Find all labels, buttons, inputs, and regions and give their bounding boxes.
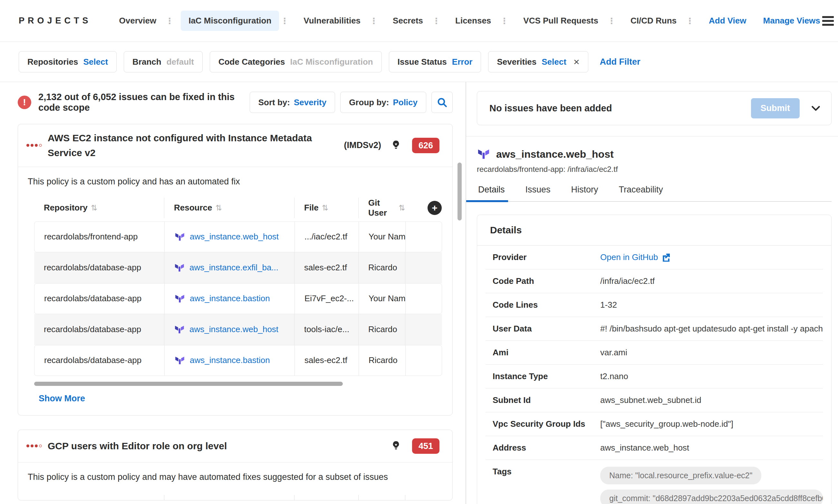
nav-tab-menu-icon[interactable]: ⋮: [368, 17, 385, 25]
issues-panel: ! 2,132 out of 6,052 issues can be fixed…: [0, 82, 466, 504]
filter-branch[interactable]: Branch default: [124, 51, 203, 72]
menu-icon[interactable]: [820, 14, 836, 28]
issue-queue-card: No issues have been added Submit: [477, 91, 832, 125]
policy-description: This policy is a custom policy and has a…: [18, 167, 452, 187]
nav-tab-menu-icon[interactable]: ⋮: [431, 17, 447, 25]
file-cell: sales-ec2.tf: [294, 252, 358, 283]
summary-row: ! 2,132 out of 6,052 issues can be fixed…: [18, 92, 453, 113]
manage-views-link[interactable]: Manage Views: [763, 16, 820, 26]
filter-severities[interactable]: Severities Select ×: [488, 51, 588, 72]
file-cell: Ei7vF_ec2-...: [294, 284, 359, 314]
nav-tab-menu-icon[interactable]: ⋮: [606, 17, 623, 25]
open-in-github-link[interactable]: Open in GitHub: [600, 252, 823, 262]
terraform-icon: [174, 262, 185, 273]
issue-row[interactable]: recardolabs/database-app aws_instance.ba…: [34, 283, 442, 314]
file-cell: sales-ec2.tf: [294, 345, 359, 376]
remove-filter-icon[interactable]: ×: [574, 57, 580, 67]
nav-tab-iac-misconfiguration[interactable]: IaC Misconfiguration: [181, 11, 279, 31]
actions-cell: [405, 314, 442, 345]
details-card: Details Provider Open in GitHub: [477, 215, 832, 504]
terraform-icon: [174, 324, 185, 335]
horizontal-scrollbar[interactable]: [34, 382, 343, 386]
repository-cell: recardolabs/frontend-app: [34, 222, 164, 252]
actions-cell: [405, 252, 442, 283]
nav-tab-menu-icon[interactable]: ⋮: [164, 17, 181, 25]
issue-row[interactable]: recardolabs/database-app aws_instance.we…: [34, 314, 442, 345]
sort-icon[interactable]: ⇅: [91, 203, 97, 212]
brand-logo: PROJECTS: [19, 16, 91, 26]
tab-traceability[interactable]: Traceability: [618, 185, 664, 201]
policy-card-imdsv2: AWS EC2 instance not configured with Ins…: [18, 124, 453, 415]
lightbulb-icon[interactable]: [391, 140, 401, 151]
tab-details[interactable]: Details: [477, 185, 506, 201]
add-view-link[interactable]: Add View: [709, 16, 747, 26]
severity-high-icon: [27, 445, 42, 447]
tab-history[interactable]: History: [570, 185, 600, 201]
resource-link[interactable]: aws_instance.exfil_ba...: [189, 263, 278, 273]
nav-tab-overview[interactable]: Overview: [112, 11, 164, 31]
column-header-resource[interactable]: Resource ⇅: [164, 198, 294, 218]
main-content: ! 2,132 out of 6,052 issues can be fixed…: [0, 82, 838, 504]
terraform-icon: [174, 231, 185, 242]
resource-path: recardolabs/frontend-app: /infra/iac/ec2…: [477, 165, 832, 174]
filter-code-categories[interactable]: Code Categories IaC Misconfiguration: [210, 51, 382, 72]
detail-row-ami: Ami var.ami: [485, 341, 823, 365]
detail-tabs: Details Issues History Traceability: [477, 185, 832, 202]
chevron-down-icon[interactable]: [810, 102, 822, 114]
column-header-git-user[interactable]: Git User ⇅: [358, 198, 405, 218]
search-button[interactable]: [431, 92, 453, 113]
issue-count-badge: 451: [412, 438, 440, 454]
nav-tab-menu-icon[interactable]: ⋮: [279, 17, 296, 25]
issue-row[interactable]: recardolabs/frontend-app aws_instance.we…: [34, 221, 442, 252]
group-by-button[interactable]: Group by: Policy: [340, 92, 426, 113]
policy-card-gcp-editor: GCP users with Editor role on org level …: [18, 430, 453, 501]
nav-tab-menu-icon[interactable]: ⋮: [684, 17, 701, 25]
tab-issues[interactable]: Issues: [524, 185, 552, 201]
vertical-scrollbar[interactable]: [458, 163, 462, 220]
nav-tab-menu-icon[interactable]: ⋮: [499, 17, 515, 25]
sort-icon[interactable]: ⇅: [398, 203, 405, 212]
nav-actions: Add View Manage Views: [709, 16, 820, 26]
sort-icon[interactable]: ⇅: [216, 203, 222, 212]
detail-row-code-lines: Code Lines 1-32: [485, 293, 823, 317]
issue-row[interactable]: recardolabs/database-app aws_instance.ex…: [34, 252, 442, 283]
git-user-cell: Your Name: [359, 222, 405, 252]
nav-tab-vulnerabilities[interactable]: Vulnerabilities: [296, 11, 368, 31]
issue-row[interactable]: recardolabs/database-app aws_instance.ba…: [34, 345, 442, 376]
column-header-repository[interactable]: Repository ⇅: [34, 198, 164, 218]
sort-icon[interactable]: ⇅: [322, 203, 328, 212]
detail-row-vpc-security-group-ids: Vpc Security Group Ids ["aws_security_gr…: [485, 412, 823, 436]
show-more-link[interactable]: Show More: [39, 394, 85, 403]
policy-card-header[interactable]: AWS EC2 instance not configured with Ins…: [18, 124, 452, 167]
terraform-icon: [174, 293, 185, 304]
resource-link[interactable]: aws_instance.bastion: [190, 355, 270, 365]
resource-cell: aws_instance.bastion: [164, 345, 294, 376]
alert-icon: !: [18, 95, 31, 109]
policy-description: This policy is a custom policy and may h…: [18, 463, 452, 482]
add-column-button[interactable]: +: [428, 201, 442, 215]
details-heading: Details: [477, 215, 831, 245]
lightbulb-icon[interactable]: [391, 440, 401, 452]
table-header-row: Repository ⇅ Resource ⇅ File ⇅ Git Use: [34, 198, 442, 218]
filter-repositories[interactable]: Repositories Select: [19, 51, 117, 72]
nav-tab-cicd-runs[interactable]: CI/CD Runs: [623, 11, 684, 31]
submit-button[interactable]: Submit: [751, 98, 800, 119]
resource-link[interactable]: aws_instance.web_host: [190, 232, 279, 242]
sort-by-button[interactable]: Sort by: Severity: [250, 92, 335, 113]
filter-issue-status[interactable]: Issue Status Error: [389, 51, 481, 72]
column-header-file[interactable]: File ⇅: [294, 198, 358, 218]
resource-link[interactable]: aws_instance.web_host: [189, 324, 278, 335]
detail-row-tags: Tags Name: "local.resource_prefix.value-…: [485, 460, 823, 504]
severity-high-icon: [27, 144, 42, 147]
nav-tab-licenses[interactable]: Licenses: [447, 11, 499, 31]
detail-panel: No issues have been added Submit aws_ins…: [466, 82, 838, 504]
nav-tab-secrets[interactable]: Secrets: [385, 11, 431, 31]
resource-cell: aws_instance.web_host: [164, 314, 294, 345]
nav-tab-vcs-pull-requests[interactable]: VCS Pull Requests: [515, 11, 606, 31]
resource-link[interactable]: aws_instance.bastion: [190, 293, 270, 304]
policy-card-header[interactable]: GCP users with Editor role on org level …: [18, 430, 452, 462]
list-actions: Sort by: Severity Group by: Policy: [250, 92, 453, 113]
tag-chip: git_commit: "d68d2897add9bc2203a5ed0632a…: [600, 489, 823, 504]
actions-cell: [405, 284, 442, 314]
add-filter-link[interactable]: Add Filter: [600, 57, 640, 67]
